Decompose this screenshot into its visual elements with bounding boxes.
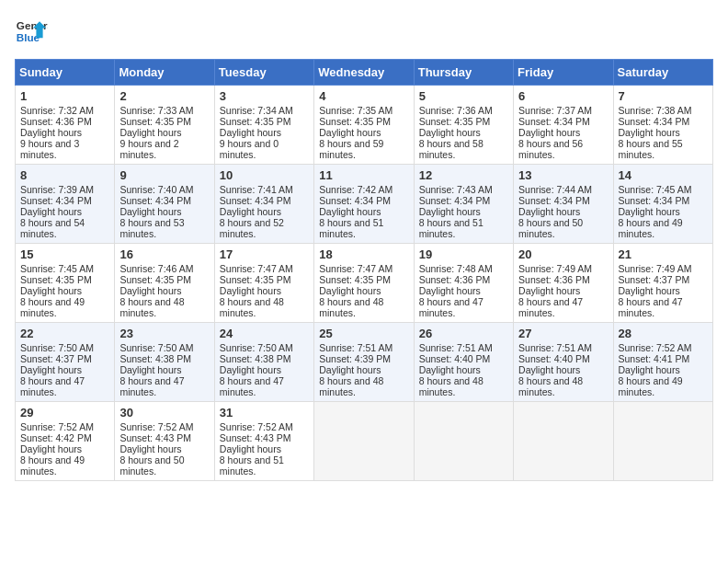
daylight-label: Daylight hours bbox=[518, 285, 580, 296]
daylight-value: 9 hours and 0 minutes. bbox=[220, 138, 279, 160]
page-header: General Blue bbox=[15, 15, 713, 48]
day-number: 31 bbox=[220, 406, 309, 419]
daylight-value: 8 hours and 52 minutes. bbox=[220, 217, 284, 239]
calendar-cell: 23Sunrise: 7:50 AMSunset: 4:38 PMDayligh… bbox=[115, 323, 214, 402]
sunrise: Sunrise: 7:39 AM bbox=[20, 184, 94, 195]
daylight-label: Daylight hours bbox=[319, 206, 381, 217]
calendar-cell: 12Sunrise: 7:43 AMSunset: 4:34 PMDayligh… bbox=[414, 165, 513, 244]
daylight-value: 9 hours and 2 minutes. bbox=[119, 138, 178, 160]
day-number: 20 bbox=[518, 247, 608, 261]
sunset: Sunset: 4:43 PM bbox=[119, 432, 191, 443]
daylight-label: Daylight hours bbox=[419, 127, 481, 138]
daylight-value: 8 hours and 49 minutes. bbox=[619, 217, 683, 239]
daylight-value: 8 hours and 54 minutes. bbox=[20, 217, 85, 239]
calendar-cell: 10Sunrise: 7:41 AMSunset: 4:34 PMDayligh… bbox=[214, 165, 313, 244]
daylight-value: 8 hours and 47 minutes. bbox=[20, 375, 85, 397]
calendar-cell: 24Sunrise: 7:50 AMSunset: 4:38 PMDayligh… bbox=[214, 323, 313, 402]
calendar-cell: 8Sunrise: 7:39 AMSunset: 4:34 PMDaylight… bbox=[16, 165, 115, 244]
sunset: Sunset: 4:35 PM bbox=[20, 274, 92, 285]
sunrise: Sunrise: 7:45 AM bbox=[619, 184, 692, 195]
calendar-cell: 1Sunrise: 7:32 AMSunset: 4:36 PMDaylight… bbox=[16, 86, 115, 165]
daylight-label: Daylight hours bbox=[119, 364, 181, 375]
day-number: 21 bbox=[619, 247, 708, 261]
daylight-value: 8 hours and 51 minutes. bbox=[419, 217, 483, 239]
daylight-label: Daylight hours bbox=[20, 285, 82, 296]
sunrise: Sunrise: 7:50 AM bbox=[119, 342, 193, 353]
sunrise: Sunrise: 7:48 AM bbox=[419, 263, 493, 274]
daylight-label: Daylight hours bbox=[619, 364, 680, 375]
day-number: 2 bbox=[119, 89, 209, 103]
header-row: SundayMondayTuesdayWednesdayThursdayFrid… bbox=[16, 60, 713, 86]
daylight-label: Daylight hours bbox=[119, 443, 181, 454]
daylight-value: 8 hours and 47 minutes. bbox=[220, 375, 284, 397]
day-number: 3 bbox=[220, 89, 309, 103]
day-number: 22 bbox=[20, 327, 109, 340]
day-number: 28 bbox=[619, 327, 708, 340]
sunset: Sunset: 4:35 PM bbox=[220, 274, 291, 285]
daylight-value: 8 hours and 47 minutes. bbox=[419, 296, 483, 318]
daylight-value: 8 hours and 58 minutes. bbox=[419, 138, 483, 160]
daylight-label: Daylight hours bbox=[419, 364, 481, 375]
day-number: 25 bbox=[319, 327, 408, 340]
daylight-value: 8 hours and 51 minutes. bbox=[319, 217, 383, 239]
daylight-value: 8 hours and 48 minutes. bbox=[518, 375, 583, 397]
day-number: 7 bbox=[619, 89, 708, 103]
daylight-label: Daylight hours bbox=[20, 206, 82, 217]
day-number: 17 bbox=[220, 247, 309, 261]
sunset: Sunset: 4:35 PM bbox=[319, 274, 391, 285]
calendar-cell: 20Sunrise: 7:49 AMSunset: 4:36 PMDayligh… bbox=[514, 244, 613, 323]
day-number: 12 bbox=[419, 168, 508, 182]
sunset: Sunset: 4:36 PM bbox=[518, 274, 590, 285]
sunset: Sunset: 4:38 PM bbox=[220, 353, 291, 364]
sunrise: Sunrise: 7:50 AM bbox=[220, 342, 293, 353]
weekday-header: Wednesday bbox=[314, 60, 414, 86]
calendar-cell: 11Sunrise: 7:42 AMSunset: 4:34 PMDayligh… bbox=[314, 165, 414, 244]
sunrise: Sunrise: 7:51 AM bbox=[419, 342, 493, 353]
sunrise: Sunrise: 7:51 AM bbox=[518, 342, 592, 353]
daylight-value: 8 hours and 50 minutes. bbox=[518, 217, 583, 239]
calendar-week-row: 22Sunrise: 7:50 AMSunset: 4:37 PMDayligh… bbox=[16, 323, 713, 402]
sunrise: Sunrise: 7:52 AM bbox=[619, 342, 692, 353]
daylight-value: 8 hours and 48 minutes. bbox=[319, 296, 383, 318]
daylight-value: 8 hours and 56 minutes. bbox=[518, 138, 583, 160]
sunrise: Sunrise: 7:43 AM bbox=[419, 184, 493, 195]
sunrise: Sunrise: 7:44 AM bbox=[518, 184, 592, 195]
day-number: 4 bbox=[319, 89, 408, 103]
sunrise: Sunrise: 7:51 AM bbox=[319, 342, 392, 353]
daylight-label: Daylight hours bbox=[518, 127, 580, 138]
sunrise: Sunrise: 7:34 AM bbox=[220, 105, 293, 116]
calendar-cell: 22Sunrise: 7:50 AMSunset: 4:37 PMDayligh… bbox=[16, 323, 115, 402]
sunrise: Sunrise: 7:35 AM bbox=[319, 105, 392, 116]
calendar-week-row: 1Sunrise: 7:32 AMSunset: 4:36 PMDaylight… bbox=[16, 86, 713, 165]
daylight-value: 9 hours and 3 minutes. bbox=[20, 138, 79, 160]
daylight-value: 8 hours and 48 minutes. bbox=[419, 375, 483, 397]
calendar-cell: 4Sunrise: 7:35 AMSunset: 4:35 PMDaylight… bbox=[314, 86, 414, 165]
daylight-label: Daylight hours bbox=[419, 285, 481, 296]
sunrise: Sunrise: 7:52 AM bbox=[220, 421, 293, 432]
day-number: 13 bbox=[518, 168, 608, 182]
weekday-header: Sunday bbox=[16, 60, 115, 86]
daylight-value: 8 hours and 50 minutes. bbox=[119, 454, 184, 477]
daylight-label: Daylight hours bbox=[119, 206, 181, 217]
sunset: Sunset: 4:35 PM bbox=[419, 116, 491, 127]
sunset: Sunset: 4:34 PM bbox=[619, 116, 690, 127]
day-number: 29 bbox=[20, 406, 109, 419]
calendar-week-row: 29Sunrise: 7:52 AMSunset: 4:42 PMDayligh… bbox=[16, 402, 713, 481]
weekday-header: Tuesday bbox=[214, 60, 313, 86]
sunset: Sunset: 4:42 PM bbox=[20, 432, 92, 443]
calendar-cell: 21Sunrise: 7:49 AMSunset: 4:37 PMDayligh… bbox=[613, 244, 712, 323]
calendar-cell: 30Sunrise: 7:52 AMSunset: 4:43 PMDayligh… bbox=[115, 402, 214, 481]
sunrise: Sunrise: 7:49 AM bbox=[619, 263, 692, 274]
calendar-cell: 15Sunrise: 7:45 AMSunset: 4:35 PMDayligh… bbox=[16, 244, 115, 323]
sunrise: Sunrise: 7:32 AM bbox=[20, 105, 94, 116]
sunset: Sunset: 4:37 PM bbox=[20, 353, 92, 364]
sunset: Sunset: 4:34 PM bbox=[619, 195, 690, 206]
calendar-cell: 14Sunrise: 7:45 AMSunset: 4:34 PMDayligh… bbox=[613, 165, 712, 244]
calendar-cell: 9Sunrise: 7:40 AMSunset: 4:34 PMDaylight… bbox=[115, 165, 214, 244]
daylight-label: Daylight hours bbox=[419, 206, 481, 217]
daylight-label: Daylight hours bbox=[619, 127, 680, 138]
day-number: 14 bbox=[619, 168, 708, 182]
sunrise: Sunrise: 7:37 AM bbox=[518, 105, 592, 116]
daylight-value: 8 hours and 53 minutes. bbox=[119, 217, 184, 239]
calendar-cell: 27Sunrise: 7:51 AMSunset: 4:40 PMDayligh… bbox=[514, 323, 613, 402]
